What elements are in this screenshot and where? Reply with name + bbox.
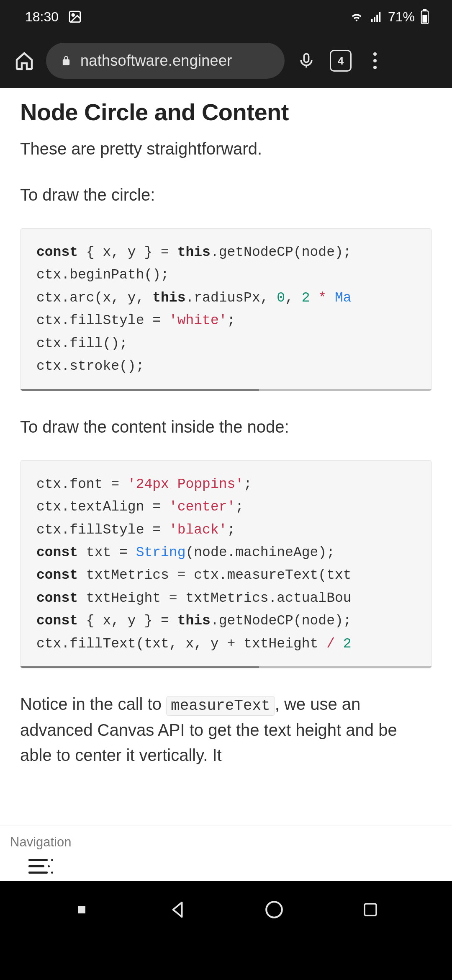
- webpage-viewport[interactable]: Node Circle and Content These are pretty…: [0, 88, 452, 881]
- android-navigation-bar: [0, 881, 452, 938]
- code-token: String: [136, 545, 186, 560]
- code-token: { x, y } =: [78, 245, 177, 260]
- navigation-label: Navigation: [10, 835, 442, 850]
- code-token: { x, y } =: [78, 613, 177, 629]
- code-token: (node.machineAge);: [185, 545, 334, 560]
- code-block-circle[interactable]: const { x, y } = this.getNodeCP(node); c…: [20, 228, 432, 391]
- horizontal-scrollbar[interactable]: [21, 666, 431, 668]
- home-button[interactable]: [12, 48, 37, 73]
- code-token: const: [36, 545, 78, 560]
- battery-pct: 71%: [388, 9, 415, 25]
- code-token: ctx.font =: [36, 477, 128, 492]
- code-token: /: [326, 636, 335, 652]
- svg-point-1: [72, 14, 74, 16]
- closing-paragraph: Notice in the call to measureText, we us…: [20, 691, 432, 768]
- toc-menu-button[interactable]: [28, 859, 54, 874]
- url-text: nathsoftware.engineer: [80, 52, 232, 70]
- code-token: *: [310, 290, 335, 306]
- wifi-icon: [349, 10, 364, 24]
- intro-paragraph: These are pretty straightforward.: [20, 136, 432, 161]
- code-token: .getNodeCP(node);: [211, 613, 352, 629]
- code-token: ctx.fillStyle =: [36, 522, 169, 538]
- code-token: this: [177, 245, 211, 260]
- inline-code-measuretext: measureText: [166, 696, 275, 716]
- more-menu-button[interactable]: [362, 48, 388, 73]
- svg-rect-5: [304, 54, 309, 62]
- lock-icon: [60, 55, 72, 67]
- tab-count: 4: [338, 54, 344, 67]
- back-button[interactable]: [163, 895, 193, 924]
- code-token: ctx.fillText(txt, x, y + txtHeight: [36, 636, 326, 652]
- code-token: txtMetrics = ctx.measureText(txt: [78, 567, 352, 583]
- tabs-button[interactable]: 4: [328, 48, 353, 73]
- horizontal-scrollbar[interactable]: [21, 389, 431, 391]
- code-token: txt =: [78, 545, 136, 560]
- code-token: txtHeight = txtMetrics.actualBou: [78, 591, 352, 606]
- code-token: const: [36, 245, 78, 260]
- svg-rect-7: [365, 904, 376, 916]
- page-bottom-nav: Navigation: [0, 825, 452, 881]
- page-heading: Node Circle and Content: [20, 98, 432, 126]
- code-token: ctx.arc(x, y,: [36, 290, 152, 306]
- code-line: ctx.stroke();: [36, 355, 431, 378]
- code-token: ;: [227, 522, 235, 538]
- code-token: 2: [343, 636, 352, 652]
- code-token: ctx.textAlign =: [36, 499, 169, 515]
- home-button-nav[interactable]: [259, 895, 289, 924]
- address-bar[interactable]: nathsoftware.engineer: [46, 43, 285, 79]
- code-token: 0: [277, 290, 285, 306]
- more-vert-icon: [373, 52, 377, 69]
- status-time: 18:30: [25, 9, 59, 25]
- code-token: .getNodeCP(node);: [211, 245, 352, 260]
- code-token: this: [152, 290, 185, 306]
- code-line: ctx.beginPath();: [36, 264, 431, 286]
- code-token: ;: [244, 477, 252, 492]
- code-token: const: [36, 591, 78, 606]
- code-token: Ma: [335, 290, 352, 306]
- contextual-button[interactable]: [67, 895, 96, 924]
- code-token: 'black': [169, 522, 227, 538]
- code-token: const: [36, 613, 78, 629]
- svg-point-6: [266, 902, 282, 918]
- code-token: 'center': [169, 499, 235, 515]
- battery-icon: [421, 9, 429, 24]
- code-token: ctx.fillStyle =: [36, 313, 169, 328]
- code-token: 2: [302, 290, 310, 306]
- lead-in-2: To draw the content inside the node:: [20, 414, 432, 439]
- code-token: '24px Poppins': [128, 477, 244, 492]
- svg-rect-4: [422, 15, 427, 23]
- recents-button[interactable]: [356, 895, 385, 924]
- picture-icon: [68, 10, 82, 24]
- code-token: ;: [235, 499, 244, 515]
- status-bar: 18:30 71%: [0, 0, 452, 34]
- code-token: const: [36, 567, 78, 583]
- code-line: ctx.fill();: [36, 333, 431, 355]
- code-token: 'white': [169, 313, 227, 328]
- signal-icon: [370, 10, 382, 23]
- mic-button[interactable]: [294, 48, 319, 73]
- browser-toolbar: nathsoftware.engineer 4: [0, 34, 452, 88]
- code-block-content[interactable]: ctx.font = '24px Poppins'; ctx.textAlign…: [20, 460, 432, 669]
- code-token: ,: [285, 290, 302, 306]
- code-token: [335, 636, 343, 652]
- code-token: .radiusPx,: [185, 290, 277, 306]
- lead-in-1: To draw the circle:: [20, 182, 432, 207]
- code-token: this: [177, 613, 211, 629]
- code-token: ;: [227, 313, 235, 328]
- text-fragment: Notice in the call to: [20, 695, 166, 713]
